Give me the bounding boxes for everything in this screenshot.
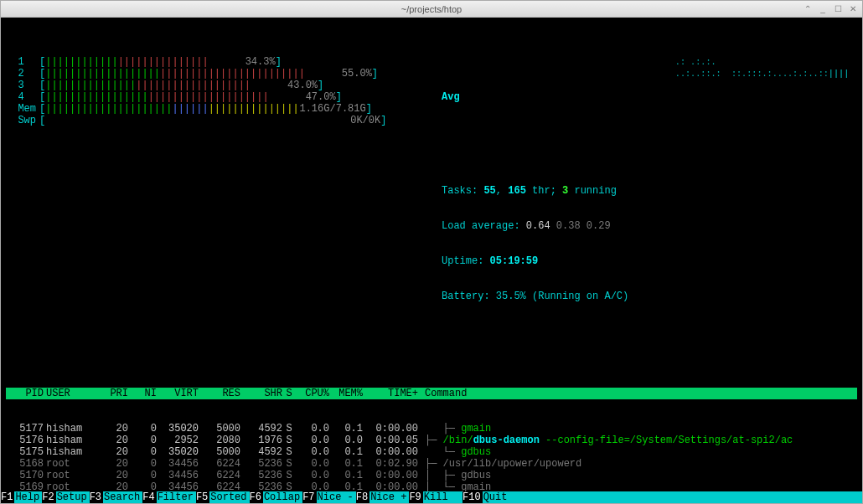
table-header[interactable]: PID USER PRI NI VIRT RES SHR S CPU% MEM%…: [6, 388, 857, 399]
battery-line: Battery: 35.5% (Running on A/C): [442, 291, 857, 302]
col-cmd[interactable]: Command: [421, 388, 857, 399]
col-user[interactable]: USER: [46, 388, 96, 399]
load-line: Load average: 0.64 0.38 0.29: [442, 220, 857, 232]
rollup-icon[interactable]: ⌃: [802, 4, 814, 13]
minimize-icon[interactable]: _: [817, 4, 829, 13]
window-controls: ⌃ _ ☐ ✕: [802, 4, 859, 13]
fn-key-F3[interactable]: F3: [90, 491, 103, 503]
function-bar: F1HelpF2SetupF3SearchF4FilterF5SortedF6C…: [1, 491, 862, 503]
process-table: PID USER PRI NI VIRT RES SHR S CPU% MEM%…: [6, 364, 857, 503]
avg-label: Avg: [442, 91, 460, 103]
fn-label-F1[interactable]: Help: [14, 491, 42, 503]
cpu-meter-4: 4 [|||||||||||||||||||||||||||||||||||||…: [6, 91, 416, 103]
fn-key-F8[interactable]: F8: [356, 491, 369, 503]
fn-key-F10[interactable]: F10: [463, 491, 483, 503]
fn-key-F7[interactable]: F7: [302, 491, 316, 503]
close-icon[interactable]: ✕: [847, 4, 859, 13]
tasks-line: Tasks: 55, 165 thr; 3 running: [442, 185, 857, 197]
terminal-window: ~/projects/htop ⌃ _ ☐ ✕ 1 [|||||||||||||…: [0, 0, 863, 504]
col-pri[interactable]: PRI: [96, 388, 128, 399]
swp-meter: Swp[0K/0K]: [6, 115, 416, 126]
fn-label-F2[interactable]: Setup: [56, 491, 90, 503]
fn-label-F10[interactable]: Quit: [483, 491, 510, 503]
table-row[interactable]: 5168root2003445662245236S0.00.10:02.90├─…: [6, 458, 857, 470]
window-title: ~/projects/htop: [401, 4, 462, 14]
cpu-meter-3: 3 [||||||||||||||||||||||||||||||||||43.…: [6, 80, 416, 91]
table-row[interactable]: 5176hisham200295220801976S0.00.00:00.05├…: [6, 435, 857, 446]
table-row[interactable]: 5175hisham2003502050004592S0.00.10:00.00…: [6, 446, 857, 458]
meters: 1 [|||||||||||||||||||||||||||34.3%] 2 […: [6, 56, 857, 326]
col-ni[interactable]: NI: [128, 388, 157, 399]
sparkline: .: .:.:...:..::.: ::.:::.:....:.:..::|||…: [675, 56, 849, 80]
fn-label-F3[interactable]: Search: [103, 491, 142, 503]
fn-key-F9[interactable]: F9: [409, 491, 422, 503]
table-row[interactable]: 5170root2003445662245236S0.00.10:00.00│ …: [6, 470, 857, 481]
fn-key-F6[interactable]: F6: [250, 491, 263, 503]
col-res[interactable]: RES: [199, 388, 240, 399]
fn-label-F8[interactable]: Nice +: [369, 491, 409, 503]
col-mem[interactable]: MEM%: [329, 388, 363, 399]
mem-meter: Mem[||||||||||||||||||||||||||||||||||||…: [6, 103, 416, 115]
fn-key-F1[interactable]: F1: [1, 491, 14, 503]
fn-label-F6[interactable]: Collap: [263, 491, 302, 503]
fn-key-F4[interactable]: F4: [142, 491, 156, 503]
fn-label-F4[interactable]: Filter: [157, 491, 196, 503]
uptime-line: Uptime: 05:19:59: [442, 255, 857, 267]
fn-label-F5[interactable]: Sorted: [209, 491, 249, 503]
col-cpu[interactable]: CPU%: [296, 388, 329, 399]
fn-label-F9[interactable]: Kill: [423, 491, 463, 503]
col-s[interactable]: S: [282, 388, 296, 399]
titlebar[interactable]: ~/projects/htop ⌃ _ ☐ ✕: [1, 1, 862, 18]
col-pid[interactable]: PID: [6, 388, 46, 399]
col-shr[interactable]: SHR: [240, 388, 282, 399]
terminal-body[interactable]: 1 [|||||||||||||||||||||||||||34.3%] 2 […: [1, 18, 862, 503]
col-virt[interactable]: VIRT: [157, 388, 199, 399]
cpu-meter-1: 1 [|||||||||||||||||||||||||||34.3%]: [6, 56, 416, 68]
col-time[interactable]: TIME+: [363, 388, 421, 399]
fn-key-F2[interactable]: F2: [42, 491, 55, 503]
fn-label-F7[interactable]: Nice -: [317, 491, 356, 503]
table-row[interactable]: 5177hisham2003502050004592S0.00.10:00.00…: [6, 423, 857, 435]
fn-key-F5[interactable]: F5: [196, 491, 209, 503]
maximize-icon[interactable]: ☐: [832, 4, 844, 13]
cpu-meter-2: 2 [|||||||||||||||||||||||||||||||||||||…: [6, 68, 416, 80]
